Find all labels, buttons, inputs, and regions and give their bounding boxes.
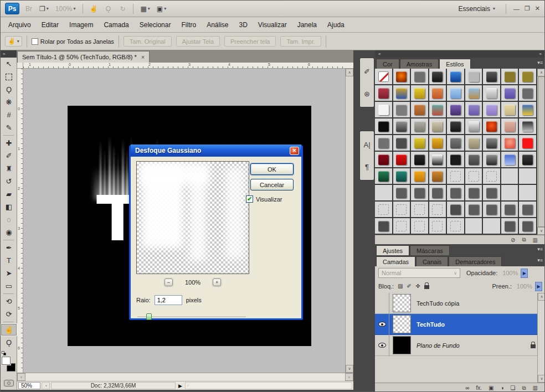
style-swatch[interactable] bbox=[519, 202, 537, 218]
lock-transparency-icon[interactable]: ▨ bbox=[397, 283, 404, 290]
style-swatch[interactable] bbox=[483, 168, 501, 185]
layer-row[interactable]: TechTudo bbox=[375, 314, 545, 335]
scroll-down-icon[interactable]: ∨ bbox=[538, 375, 545, 383]
scrollbar-thumb[interactable] bbox=[538, 76, 545, 227]
menu-filtro[interactable]: Filtro bbox=[181, 21, 196, 29]
zoom-in-button[interactable]: + bbox=[213, 278, 221, 286]
status-menu-arrow[interactable]: ▶ bbox=[177, 382, 184, 389]
style-swatch[interactable] bbox=[465, 202, 484, 218]
style-swatch[interactable] bbox=[375, 118, 393, 135]
collapse-left-icon[interactable]: « bbox=[378, 51, 381, 56]
menu-an-lise[interactable]: Análise bbox=[207, 21, 228, 29]
close-button[interactable]: ✕ bbox=[535, 5, 540, 12]
path-selection-tool[interactable]: ➤ bbox=[1, 267, 17, 280]
style-swatch[interactable] bbox=[447, 85, 465, 102]
style-swatch[interactable] bbox=[519, 85, 537, 102]
lasso-tool[interactable]: Ϙ bbox=[1, 83, 17, 96]
style-swatch[interactable] bbox=[429, 102, 448, 118]
document-close-icon[interactable]: × bbox=[141, 54, 145, 60]
tab-camadas[interactable]: Camadas bbox=[376, 256, 415, 266]
clone-stamp-tool[interactable]: ♜ bbox=[1, 162, 17, 175]
style-swatch[interactable] bbox=[519, 168, 537, 185]
style-swatch[interactable] bbox=[519, 118, 537, 135]
marquee-tool[interactable] bbox=[1, 70, 17, 83]
shape-tool[interactable]: ▭ bbox=[1, 280, 17, 292]
style-swatch[interactable] bbox=[411, 168, 429, 185]
opacity-slider-button[interactable]: ▶ bbox=[521, 269, 528, 278]
scroll-all-windows-checkbox[interactable] bbox=[32, 38, 38, 45]
3d-orbit-tool[interactable]: ⟳ bbox=[1, 308, 17, 321]
style-swatch[interactable] bbox=[447, 152, 465, 168]
adjustment-layer-icon[interactable]: ◑ bbox=[500, 385, 503, 391]
layer-row[interactable]: TechTudo cópia bbox=[375, 293, 545, 314]
style-swatch[interactable] bbox=[465, 85, 484, 102]
zoom-level-field[interactable]: 50% bbox=[18, 382, 40, 389]
hand-tool[interactable]: ✌ bbox=[1, 323, 17, 336]
style-swatch[interactable] bbox=[447, 185, 465, 202]
panel-menu-icon[interactable]: ▾≡ bbox=[537, 257, 543, 263]
slider-thumb[interactable] bbox=[146, 313, 152, 320]
style-swatch[interactable] bbox=[411, 152, 429, 168]
scroll-right-icon[interactable]: › bbox=[345, 373, 353, 381]
blur-preview[interactable] bbox=[136, 161, 249, 274]
eyedropper-tool[interactable]: ✎ bbox=[1, 121, 17, 134]
quick-mask-button[interactable] bbox=[4, 380, 14, 386]
style-swatch[interactable] bbox=[375, 85, 393, 102]
delete-style-icon[interactable]: ▥ bbox=[533, 237, 538, 243]
menu-3d[interactable]: 3D bbox=[239, 21, 248, 29]
style-swatch[interactable] bbox=[501, 135, 520, 152]
blur-tool[interactable]: ◌ bbox=[1, 213, 17, 226]
view-extras-icon[interactable]: ❐▾ bbox=[38, 3, 50, 14]
pen-tool[interactable]: ✒ bbox=[1, 241, 17, 254]
style-swatch[interactable] bbox=[483, 118, 501, 135]
style-swatch[interactable] bbox=[393, 69, 412, 85]
zoom-out-button[interactable]: − bbox=[164, 278, 173, 286]
dodge-tool[interactable]: ◉ bbox=[1, 226, 17, 239]
style-swatch[interactable] bbox=[483, 218, 501, 235]
radius-input[interactable] bbox=[155, 295, 182, 305]
style-swatch[interactable] bbox=[411, 118, 429, 135]
eraser-tool[interactable]: ▰ bbox=[1, 188, 17, 200]
style-swatch[interactable] bbox=[465, 135, 484, 152]
preview-checkbox[interactable]: ✔ bbox=[246, 195, 253, 203]
style-swatch[interactable] bbox=[375, 202, 393, 218]
layer-row[interactable]: Plano de Fundo bbox=[375, 335, 545, 356]
delete-layer-icon[interactable]: ▥ bbox=[533, 385, 538, 391]
style-swatch[interactable] bbox=[393, 168, 412, 185]
3d-rotate-tool[interactable]: ⟲ bbox=[1, 295, 17, 308]
cancel-button[interactable]: Cancelar bbox=[250, 179, 294, 190]
fill-slider-button[interactable]: ▶ bbox=[535, 282, 542, 291]
clear-style-icon[interactable]: ⊘ bbox=[511, 237, 515, 243]
style-swatch[interactable] bbox=[411, 218, 429, 235]
style-swatch[interactable] bbox=[393, 118, 412, 135]
tab-cor[interactable]: Cor bbox=[376, 59, 399, 69]
style-swatch[interactable] bbox=[447, 102, 465, 118]
style-swatch[interactable] bbox=[393, 152, 412, 168]
style-swatch[interactable] bbox=[411, 202, 429, 218]
tab-ajustes[interactable]: Ajustes bbox=[376, 245, 409, 255]
blend-mode-select[interactable]: Normal ∨ bbox=[378, 268, 460, 278]
tab-demarcadores[interactable]: Demarcadores bbox=[449, 256, 502, 266]
dialog-title-bar[interactable]: Desfoque Gaussiano ✕ bbox=[131, 145, 301, 157]
style-swatch[interactable] bbox=[429, 152, 448, 168]
style-swatch[interactable] bbox=[429, 135, 448, 152]
screen-mode-icon[interactable]: ▣▾ bbox=[155, 3, 168, 14]
style-swatch[interactable] bbox=[375, 168, 393, 185]
menu-janela[interactable]: Janela bbox=[297, 21, 317, 29]
style-swatch[interactable] bbox=[429, 202, 448, 218]
panel-menu-icon[interactable]: ▾≡ bbox=[537, 60, 543, 65]
style-swatch[interactable] bbox=[483, 135, 501, 152]
menu-camada[interactable]: Camada bbox=[104, 21, 128, 29]
style-swatch[interactable] bbox=[483, 202, 501, 218]
style-swatch[interactable] bbox=[375, 69, 393, 85]
style-swatch[interactable] bbox=[375, 152, 393, 168]
new-style-icon[interactable]: ⧉ bbox=[522, 236, 526, 243]
clone-source-panel-icon[interactable]: ⊛ bbox=[360, 82, 374, 105]
tab-canais[interactable]: Canais bbox=[416, 256, 448, 266]
panel-menu-icon[interactable]: ▾≡ bbox=[537, 246, 543, 252]
style-swatch[interactable] bbox=[411, 135, 429, 152]
style-swatch[interactable] bbox=[501, 152, 520, 168]
scroll-up-icon[interactable]: ∧ bbox=[537, 69, 545, 76]
style-swatch[interactable] bbox=[447, 218, 465, 235]
style-swatch[interactable] bbox=[519, 102, 537, 118]
